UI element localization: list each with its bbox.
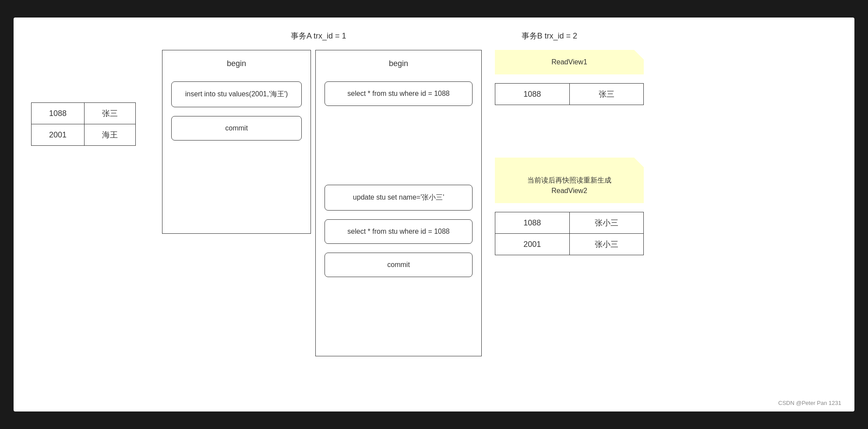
readview-section: ReadView1 1088 张三 当前读后再快照读重新生成 ReadView2 (495, 50, 644, 255)
table-row: 1088 张小三 (495, 212, 644, 234)
trx-a-begin: begin (227, 59, 246, 68)
footer: CSDN @Peter Pan 1231 (778, 400, 841, 406)
trx-a-commit-box: commit (171, 116, 302, 141)
left-row1-name: 张三 (85, 103, 136, 124)
readview1-title: ReadView1 (551, 58, 587, 66)
rv2-row1-id: 1088 (495, 212, 570, 234)
left-data-table: 1088 张三 2001 海王 (31, 102, 136, 146)
rv1-row1-id: 1088 (495, 84, 570, 105)
trx-b-commit-box: commit (325, 253, 473, 277)
footer-text: CSDN @Peter Pan 1231 (778, 400, 841, 406)
trx-a-header: 事务A trx_id = 1 (291, 31, 346, 41)
content-row: 1088 张三 2001 海王 begin insert into stu va… (31, 50, 837, 356)
trx-b-section: begin select * from stu where id = 1088 … (315, 50, 482, 356)
table-row: 2001 海王 (32, 124, 136, 146)
readview-spacer (495, 114, 644, 149)
table-row: 1088 张三 (32, 103, 136, 124)
readview2-card: 当前读后再快照读重新生成 ReadView2 (495, 158, 644, 203)
main-container: 事务A trx_id = 1 事务B trx_id = 2 1088 张三 20… (14, 18, 854, 411)
trx-b-select2-box: select * from stu where id = 1088 (325, 219, 473, 244)
trx-b-begin: begin (389, 59, 408, 68)
readview1-card: ReadView1 (495, 50, 644, 74)
header-row: 事务A trx_id = 1 事务B trx_id = 2 (31, 31, 837, 41)
left-row2-name: 海王 (85, 124, 136, 146)
table-row: 1088 张三 (495, 84, 644, 105)
readview2-table: 1088 张小三 2001 张小三 (495, 212, 644, 255)
rv2-row1-name: 张小三 (569, 212, 644, 234)
left-table-section: 1088 张三 2001 海王 (31, 102, 136, 146)
trx-a-section: begin insert into stu values(2001,'海王') … (162, 50, 311, 234)
left-row1-id: 1088 (32, 103, 85, 124)
readview2-title: 当前读后再快照读重新生成 ReadView2 (527, 176, 611, 194)
table-row: 2001 张小三 (495, 234, 644, 255)
trx-b-update-box: update stu set name='张小三' (325, 185, 473, 211)
readview1-table: 1088 张三 (495, 83, 644, 105)
rv2-row2-id: 2001 (495, 234, 570, 255)
trx-b-header: 事务B trx_id = 2 (522, 31, 578, 41)
trx-a-insert-box: insert into stu values(2001,'海王') (171, 81, 302, 107)
left-row2-id: 2001 (32, 124, 85, 146)
rv2-row2-name: 张小三 (569, 234, 644, 255)
trx-b-select1-box: select * from stu where id = 1088 (325, 81, 473, 106)
rv1-row1-name: 张三 (569, 84, 644, 105)
